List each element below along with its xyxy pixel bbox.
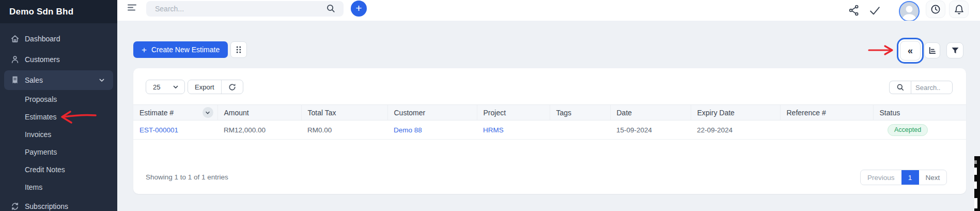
col-estimate-number[interactable]: Estimate # (133, 105, 217, 120)
pagination: Previous 1 Next (860, 170, 947, 185)
sidebar-item-subscriptions[interactable]: Subscriptions (0, 196, 117, 211)
bar-chart-icon (928, 46, 937, 55)
double-chevron-left-icon: « (908, 46, 913, 56)
customer-link[interactable]: Demo 88 (394, 126, 422, 134)
table-actions-group: Export (188, 80, 243, 94)
sidebar-item-items[interactable]: Items (0, 178, 117, 196)
cell-total-tax: RM0.00 (301, 120, 387, 140)
table-row: EST-000001 RM12,000.00 RM0.00 Demo 88 HR… (133, 120, 966, 140)
quick-add-button[interactable]: + (351, 1, 367, 17)
cell-status: Accepted (873, 120, 966, 140)
col-label: Estimate # (139, 109, 174, 117)
search-icon (896, 83, 905, 92)
cell-date: 15-09-2024 (610, 120, 691, 140)
sidebar-nav: Dashboard Customers Sales Proposals Esti… (0, 23, 117, 211)
sidebar-item-dashboard[interactable]: Dashboard (0, 28, 117, 49)
cell-customer: Demo 88 (387, 120, 477, 140)
table-search-button[interactable] (889, 81, 911, 94)
reload-button[interactable] (221, 80, 243, 94)
cell-amount: RM12,000.00 (217, 120, 301, 140)
check-icon[interactable] (869, 5, 881, 16)
chevron-down-icon (98, 76, 106, 84)
refresh-icon (228, 83, 236, 91)
cell-tags (550, 120, 610, 140)
project-link[interactable]: HRMS (483, 126, 504, 134)
sidebar-item-credit-notes[interactable]: Credit Notes (0, 161, 117, 178)
sidebar-item-estimates[interactable]: Estimates (0, 108, 117, 126)
col-expiry-date[interactable]: Expiry Date (691, 105, 780, 120)
sub-item-label: Items (25, 183, 42, 191)
col-status[interactable]: Status (873, 105, 966, 120)
share-icon[interactable] (848, 5, 860, 16)
estimates-table-card: 25 Export (133, 68, 966, 194)
app-window: Demo Sdn Bhd Dashboard Customers Sales (0, 0, 980, 211)
avatar[interactable] (899, 1, 920, 22)
col-total-tax[interactable]: Total Tax (301, 105, 387, 120)
receipt-icon (10, 76, 20, 85)
create-new-estimate-button[interactable]: + Create New Estimate (133, 41, 228, 58)
col-tags[interactable]: Tags (550, 105, 610, 120)
estimates-table: Estimate # Amount Total Tax Customer Pro… (133, 104, 966, 140)
sub-item-label: Payments (25, 148, 57, 156)
sidebar-item-proposals[interactable]: Proposals (0, 91, 117, 108)
search-icon[interactable] (326, 4, 336, 13)
topbar: + (117, 0, 980, 21)
sub-item-label: Credit Notes (25, 165, 65, 174)
window-edge-mark (974, 182, 977, 189)
table-search-input[interactable] (911, 81, 953, 94)
pagination-next[interactable]: Next (919, 170, 947, 185)
status-badge: Accepted (888, 124, 928, 136)
estimate-link[interactable]: EST-000001 (139, 126, 178, 134)
menu-toggle-icon[interactable] (128, 4, 137, 12)
cell-reference (780, 120, 873, 140)
page-size-select[interactable]: 25 (146, 80, 185, 94)
sidebar-item-label: Dashboard (25, 35, 60, 43)
users-icon (10, 55, 20, 64)
overlapping-window-edge (974, 156, 980, 211)
export-button[interactable]: Export (188, 80, 221, 94)
table-search-group (889, 81, 953, 94)
sidebar-item-label: Subscriptions (25, 202, 68, 210)
sidebar-item-sales[interactable]: Sales (4, 70, 113, 90)
sidebar-item-invoices[interactable]: Invoices (0, 126, 117, 143)
person-icon (900, 2, 919, 21)
col-date[interactable]: Date (610, 105, 691, 120)
sidebar-item-label: Customers (25, 55, 60, 64)
bulk-actions-button[interactable] (230, 41, 247, 58)
table-info-text: Showing 1 to 1 of 1 entries (146, 173, 228, 181)
sidebar-item-customers[interactable]: Customers (0, 49, 117, 70)
filter-button[interactable] (946, 42, 963, 58)
col-amount[interactable]: Amount (217, 105, 301, 120)
company-brand[interactable]: Demo Sdn Bhd (0, 0, 117, 23)
col-customer[interactable]: Customer (387, 105, 477, 120)
plus-icon: + (355, 3, 362, 13)
sidebar-item-payments[interactable]: Payments (0, 143, 117, 161)
notifications-button[interactable] (949, 1, 969, 18)
cell-estimate-number: EST-000001 (133, 120, 217, 140)
main-content: + Create New Estimate « 25 Export (117, 21, 980, 211)
grip-dots-icon (235, 46, 242, 54)
page-size-value: 25 (153, 83, 160, 91)
chart-view-button[interactable] (924, 42, 940, 58)
create-button-label: Create New Estimate (151, 46, 220, 54)
window-edge-mark (974, 160, 977, 164)
window-edge-mark (974, 198, 977, 208)
sidebar: Demo Sdn Bhd Dashboard Customers Sales (0, 0, 117, 211)
bell-icon (954, 4, 964, 15)
col-project[interactable]: Project (477, 105, 550, 120)
pagination-previous[interactable]: Previous (861, 170, 901, 185)
sidebar-item-label: Sales (25, 76, 43, 84)
toggle-summary-button[interactable]: « (900, 41, 921, 61)
sort-dropdown-icon[interactable] (203, 107, 213, 118)
history-button[interactable] (926, 1, 945, 18)
home-icon (10, 34, 20, 43)
plus-icon: + (142, 46, 147, 54)
cell-project: HRMS (477, 120, 550, 140)
col-reference[interactable]: Reference # (780, 105, 873, 120)
global-search-input[interactable] (146, 1, 344, 17)
sub-item-label: Estimates (25, 113, 56, 121)
clock-icon (930, 4, 941, 14)
filter-icon (951, 47, 959, 54)
pagination-current-page[interactable]: 1 (901, 170, 919, 185)
sub-item-label: Proposals (25, 95, 57, 103)
